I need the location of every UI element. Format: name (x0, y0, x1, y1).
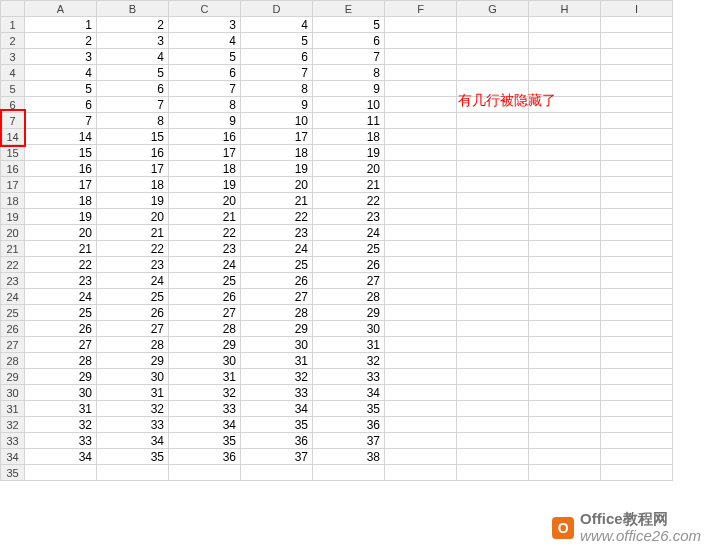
cell-I27[interactable] (601, 337, 673, 353)
row-header-30[interactable]: 30 (1, 385, 25, 401)
row-header-15[interactable]: 15 (1, 145, 25, 161)
row-header-34[interactable]: 34 (1, 449, 25, 465)
cell-C17[interactable]: 19 (169, 177, 241, 193)
cell-E29[interactable]: 33 (313, 369, 385, 385)
cell-A18[interactable]: 18 (25, 193, 97, 209)
cell-F23[interactable] (385, 273, 457, 289)
cell-B17[interactable]: 18 (97, 177, 169, 193)
cell-C16[interactable]: 18 (169, 161, 241, 177)
cell-G31[interactable] (457, 401, 529, 417)
cell-G4[interactable] (457, 65, 529, 81)
cell-F33[interactable] (385, 433, 457, 449)
cell-A29[interactable]: 29 (25, 369, 97, 385)
row-header-14[interactable]: 14 (1, 129, 25, 145)
row-header-31[interactable]: 31 (1, 401, 25, 417)
cell-D18[interactable]: 21 (241, 193, 313, 209)
cell-D20[interactable]: 23 (241, 225, 313, 241)
cell-I21[interactable] (601, 241, 673, 257)
cell-C20[interactable]: 22 (169, 225, 241, 241)
cell-F16[interactable] (385, 161, 457, 177)
column-header-C[interactable]: C (169, 1, 241, 17)
row-header-16[interactable]: 16 (1, 161, 25, 177)
cell-D5[interactable]: 8 (241, 81, 313, 97)
cell-A20[interactable]: 20 (25, 225, 97, 241)
row-header-1[interactable]: 1 (1, 17, 25, 33)
cell-H22[interactable] (529, 257, 601, 273)
cell-H25[interactable] (529, 305, 601, 321)
cell-E18[interactable]: 22 (313, 193, 385, 209)
cell-E15[interactable]: 19 (313, 145, 385, 161)
column-header-D[interactable]: D (241, 1, 313, 17)
cell-G20[interactable] (457, 225, 529, 241)
cell-F28[interactable] (385, 353, 457, 369)
row-header-21[interactable]: 21 (1, 241, 25, 257)
cell-B18[interactable]: 19 (97, 193, 169, 209)
row-header-24[interactable]: 24 (1, 289, 25, 305)
cell-H26[interactable] (529, 321, 601, 337)
column-header-E[interactable]: E (313, 1, 385, 17)
cell-F25[interactable] (385, 305, 457, 321)
cell-I6[interactable] (601, 97, 673, 113)
cell-D30[interactable]: 33 (241, 385, 313, 401)
cell-A7[interactable]: 7 (25, 113, 97, 129)
cell-C31[interactable]: 33 (169, 401, 241, 417)
cell-D33[interactable]: 36 (241, 433, 313, 449)
cell-F14[interactable] (385, 129, 457, 145)
cell-F22[interactable] (385, 257, 457, 273)
column-header-I[interactable]: I (601, 1, 673, 17)
cell-F26[interactable] (385, 321, 457, 337)
cell-C25[interactable]: 27 (169, 305, 241, 321)
cell-I22[interactable] (601, 257, 673, 273)
cell-E3[interactable]: 7 (313, 49, 385, 65)
cell-H20[interactable] (529, 225, 601, 241)
cell-D16[interactable]: 19 (241, 161, 313, 177)
cell-A23[interactable]: 23 (25, 273, 97, 289)
cell-G22[interactable] (457, 257, 529, 273)
cell-I29[interactable] (601, 369, 673, 385)
cell-G24[interactable] (457, 289, 529, 305)
cell-G7[interactable] (457, 113, 529, 129)
cell-C5[interactable]: 7 (169, 81, 241, 97)
row-header-26[interactable]: 26 (1, 321, 25, 337)
cell-A19[interactable]: 19 (25, 209, 97, 225)
cell-A4[interactable]: 4 (25, 65, 97, 81)
cell-E27[interactable]: 31 (313, 337, 385, 353)
cell-B34[interactable]: 35 (97, 449, 169, 465)
cell-I1[interactable] (601, 17, 673, 33)
cell-G18[interactable] (457, 193, 529, 209)
cell-E26[interactable]: 30 (313, 321, 385, 337)
cell-H32[interactable] (529, 417, 601, 433)
cell-H2[interactable] (529, 33, 601, 49)
cell-B35[interactable] (97, 465, 169, 481)
cell-B24[interactable]: 25 (97, 289, 169, 305)
cell-B23[interactable]: 24 (97, 273, 169, 289)
cell-D2[interactable]: 5 (241, 33, 313, 49)
row-header-25[interactable]: 25 (1, 305, 25, 321)
cell-A16[interactable]: 16 (25, 161, 97, 177)
cell-G30[interactable] (457, 385, 529, 401)
cell-F31[interactable] (385, 401, 457, 417)
cell-A3[interactable]: 3 (25, 49, 97, 65)
column-header-B[interactable]: B (97, 1, 169, 17)
cell-I34[interactable] (601, 449, 673, 465)
cell-B29[interactable]: 30 (97, 369, 169, 385)
cell-D29[interactable]: 32 (241, 369, 313, 385)
cell-B21[interactable]: 22 (97, 241, 169, 257)
cell-F19[interactable] (385, 209, 457, 225)
cell-I30[interactable] (601, 385, 673, 401)
cell-A28[interactable]: 28 (25, 353, 97, 369)
cell-B25[interactable]: 26 (97, 305, 169, 321)
cell-H27[interactable] (529, 337, 601, 353)
cell-G29[interactable] (457, 369, 529, 385)
cell-A17[interactable]: 17 (25, 177, 97, 193)
cell-C14[interactable]: 16 (169, 129, 241, 145)
cell-D23[interactable]: 26 (241, 273, 313, 289)
cell-G16[interactable] (457, 161, 529, 177)
cell-H29[interactable] (529, 369, 601, 385)
cell-H14[interactable] (529, 129, 601, 145)
cell-A21[interactable]: 21 (25, 241, 97, 257)
cell-B33[interactable]: 34 (97, 433, 169, 449)
cell-D24[interactable]: 27 (241, 289, 313, 305)
cell-G27[interactable] (457, 337, 529, 353)
cell-D1[interactable]: 4 (241, 17, 313, 33)
